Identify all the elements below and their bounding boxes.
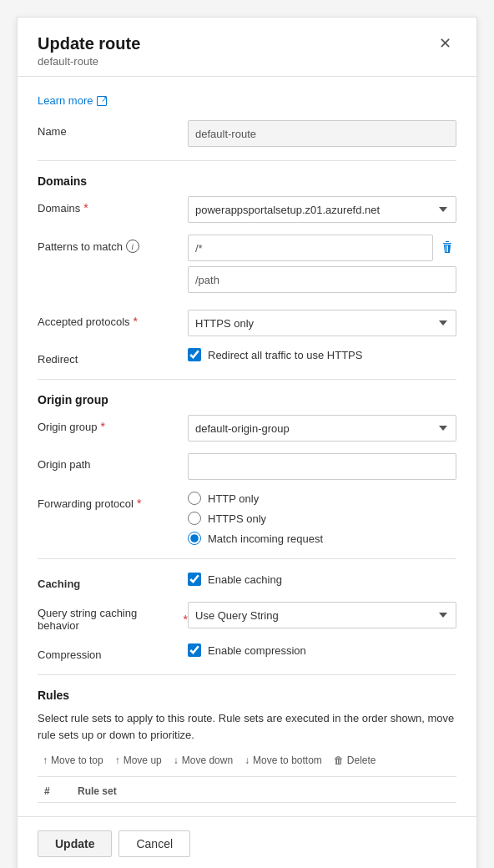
move-up-icon: ↑ xyxy=(115,754,120,766)
radio-row-https: HTTPS only xyxy=(188,512,456,525)
patterns-row: Patterns to match i xyxy=(38,235,456,298)
trash-icon xyxy=(441,241,453,255)
panel-subtitle: default-route xyxy=(38,55,140,68)
pattern-row-2 xyxy=(188,266,456,293)
caching-label: Caching xyxy=(38,573,188,590)
panel-body: Learn more Name Domains Domains * powera… xyxy=(18,77,476,816)
accepted-protocols-select[interactable]: HTTPS only HTTP only HTTP and HTTPS xyxy=(188,310,456,336)
divider-1 xyxy=(38,160,456,161)
origin-path-row: Origin path xyxy=(38,453,456,480)
delete-button[interactable]: 🗑 Delete xyxy=(329,751,381,770)
origin-group-section-header: Origin group xyxy=(38,393,456,406)
rules-table-header: # Rule set xyxy=(38,780,456,803)
forwarding-radio-group: HTTP only HTTPS only Match incoming requ… xyxy=(188,492,456,545)
enable-compression-checkbox[interactable] xyxy=(188,643,201,657)
rules-section-header: Rules xyxy=(38,689,456,702)
caching-checkbox-wrap: Enable caching xyxy=(188,573,456,586)
divider-2 xyxy=(38,379,456,380)
query-string-control: Use Query String Ignore Query String Ign… xyxy=(188,602,456,628)
domains-required-star: * xyxy=(83,201,88,214)
compression-label: Compression xyxy=(38,643,188,661)
origin-group-label: Origin group * xyxy=(38,415,188,433)
move-down-button[interactable]: ↓ Move down xyxy=(169,751,238,770)
name-input[interactable] xyxy=(188,120,456,147)
pattern-input-2[interactable] xyxy=(188,266,456,293)
compression-checkbox-row: Enable compression xyxy=(188,643,456,657)
enable-caching-label[interactable]: Enable caching xyxy=(208,573,282,586)
move-to-top-icon: ↑ xyxy=(43,754,48,766)
enable-compression-label[interactable]: Enable compression xyxy=(208,644,306,657)
redirect-checkbox[interactable] xyxy=(188,348,201,361)
query-string-label: Query string caching behavior * xyxy=(38,602,188,632)
update-route-panel: Update route default-route ✕ Learn more … xyxy=(17,17,477,868)
domains-select[interactable]: powerappsportalsetup.z01.azurefd.net xyxy=(188,196,456,223)
panel-title: Update route xyxy=(38,34,140,53)
forwarding-https-radio[interactable] xyxy=(188,512,201,525)
rules-section: Rules Select rule sets to apply to this … xyxy=(38,689,456,803)
rules-description: Select rule sets to apply to this route.… xyxy=(38,710,456,743)
delete-toolbar-icon: 🗑 xyxy=(334,754,344,766)
move-to-bottom-icon: ↓ xyxy=(244,754,250,766)
rules-toolbar: ↑ Move to top ↑ Move up ↓ Move down ↓ Mo… xyxy=(38,751,456,777)
forwarding-http-radio[interactable] xyxy=(188,492,201,505)
pattern-delete-button-1[interactable] xyxy=(438,238,456,258)
origin-path-control xyxy=(188,453,456,480)
col-num-header: # xyxy=(44,785,78,797)
origin-path-label: Origin path xyxy=(38,453,188,471)
accepted-protocols-row: Accepted protocols * HTTPS only HTTP onl… xyxy=(38,310,456,336)
move-to-bottom-button[interactable]: ↓ Move to bottom xyxy=(239,751,327,770)
query-string-select[interactable]: Use Query String Ignore Query String Ign… xyxy=(188,602,456,628)
update-button[interactable]: Update xyxy=(38,830,112,857)
accepted-protocols-label: Accepted protocols * xyxy=(38,310,188,328)
redirect-checkbox-label[interactable]: Redirect all traffic to use HTTPS xyxy=(208,349,362,361)
forwarding-protocol-label: Forwarding protocol * xyxy=(38,492,188,510)
forwarding-match-label[interactable]: Match incoming request xyxy=(208,532,323,545)
redirect-label: Redirect xyxy=(38,348,188,366)
external-link-icon xyxy=(97,96,107,106)
origin-path-input[interactable] xyxy=(188,453,456,480)
accepted-protocols-control: HTTPS only HTTP only HTTP and HTTPS xyxy=(188,310,456,336)
enable-caching-checkbox[interactable] xyxy=(188,573,201,586)
domains-control: powerappsportalsetup.z01.azurefd.net xyxy=(188,196,456,223)
redirect-control: Redirect all traffic to use HTTPS xyxy=(188,348,456,361)
move-down-icon: ↓ xyxy=(174,754,179,766)
name-control xyxy=(188,120,456,147)
origin-group-select[interactable]: default-origin-group xyxy=(188,415,456,442)
caching-section-row: Caching Enable caching xyxy=(38,573,456,590)
origin-group-row: Origin group * default-origin-group xyxy=(38,415,456,442)
compression-control: Enable compression xyxy=(188,643,456,657)
name-label: Name xyxy=(38,120,188,138)
patterns-info-icon: i xyxy=(126,240,139,253)
pattern-row-1 xyxy=(188,235,456,261)
forwarding-http-label[interactable]: HTTP only xyxy=(208,492,259,505)
redirect-checkbox-row: Redirect all traffic to use HTTPS xyxy=(188,348,456,361)
protocols-required-star: * xyxy=(134,315,138,328)
radio-row-match: Match incoming request xyxy=(188,532,456,545)
origin-group-control: default-origin-group xyxy=(188,415,456,442)
forwarding-protocol-control: HTTP only HTTPS only Match incoming requ… xyxy=(188,492,456,545)
forwarding-https-label[interactable]: HTTPS only xyxy=(208,512,266,525)
query-string-row: Query string caching behavior * Use Quer… xyxy=(38,602,456,632)
learn-more-link[interactable]: Learn more xyxy=(38,94,107,107)
radio-row-http: HTTP only xyxy=(188,492,456,505)
move-to-top-button[interactable]: ↑ Move to top xyxy=(38,751,108,770)
domains-label: Domains * xyxy=(38,196,188,214)
move-up-button[interactable]: ↑ Move up xyxy=(110,751,167,770)
domains-section-header: Domains xyxy=(38,174,456,188)
caching-checkbox-row: Enable caching xyxy=(188,573,456,586)
cancel-button[interactable]: Cancel xyxy=(118,830,190,857)
panel-footer: Update Cancel xyxy=(18,816,476,868)
divider-3 xyxy=(38,558,456,559)
redirect-row: Redirect Redirect all traffic to use HTT… xyxy=(38,348,456,366)
forwarding-match-radio[interactable] xyxy=(188,532,201,545)
name-row: Name xyxy=(38,120,456,147)
compression-row: Compression Enable compression xyxy=(38,643,456,661)
pattern-input-1[interactable] xyxy=(188,235,433,261)
origin-group-required-star: * xyxy=(101,420,105,433)
forwarding-required-star: * xyxy=(137,497,141,510)
col-name-header: Rule set xyxy=(78,785,450,797)
domains-row: Domains * powerappsportalsetup.z01.azure… xyxy=(38,196,456,223)
patterns-label: Patterns to match i xyxy=(38,235,188,253)
panel-header: Update route default-route ✕ xyxy=(18,18,476,77)
close-button[interactable]: ✕ xyxy=(434,34,456,53)
